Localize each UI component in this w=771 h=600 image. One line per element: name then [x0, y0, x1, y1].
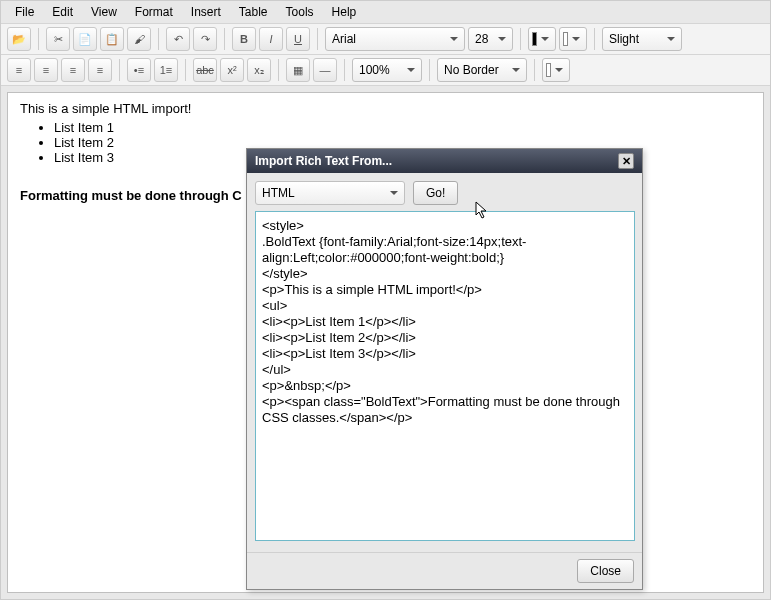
divider	[158, 28, 159, 50]
divider	[278, 59, 279, 81]
underline-button[interactable]: U	[286, 27, 310, 51]
color-swatch-white	[563, 32, 568, 46]
menu-edit[interactable]: Edit	[44, 3, 81, 21]
font-select[interactable]: Arial	[325, 27, 465, 51]
divider	[317, 28, 318, 50]
bold-button[interactable]: B	[232, 27, 256, 51]
divider	[344, 59, 345, 81]
cut-icon[interactable]: ✂	[46, 27, 70, 51]
close-icon[interactable]: ✕	[618, 153, 634, 169]
dialog-title-text: Import Rich Text From...	[255, 154, 392, 168]
divider	[38, 28, 39, 50]
zoom-select[interactable]: 100%	[352, 58, 422, 82]
divider	[119, 59, 120, 81]
border-color-select[interactable]	[542, 58, 570, 82]
menu-tools[interactable]: Tools	[278, 3, 322, 21]
border-select[interactable]: No Border	[437, 58, 527, 82]
dialog-footer: Close	[247, 552, 642, 589]
align-justify-icon[interactable]: ≡	[88, 58, 112, 82]
bullet-list-icon[interactable]: •≡	[127, 58, 151, 82]
align-right-icon[interactable]: ≡	[61, 58, 85, 82]
divider	[594, 28, 595, 50]
undo-icon[interactable]: ↶	[166, 27, 190, 51]
menu-insert[interactable]: Insert	[183, 3, 229, 21]
dialog-body: HTML Go!	[247, 173, 642, 552]
dialog-titlebar[interactable]: Import Rich Text From... ✕	[247, 149, 642, 173]
doc-paragraph: This is a simple HTML import!	[20, 101, 751, 116]
toolbar-row-1: 📂 ✂ 📄 📋 🖌 ↶ ↷ B I U Arial 28 Slight	[1, 24, 770, 55]
fill-color-select[interactable]	[559, 27, 587, 51]
menu-format[interactable]: Format	[127, 3, 181, 21]
go-button[interactable]: Go!	[413, 181, 458, 205]
menu-file[interactable]: File	[7, 3, 42, 21]
menu-help[interactable]: Help	[324, 3, 365, 21]
number-list-icon[interactable]: 1≡	[154, 58, 178, 82]
brush-icon[interactable]: 🖌	[127, 27, 151, 51]
copy-icon[interactable]: 📄	[73, 27, 97, 51]
fontsize-select[interactable]: 28	[468, 27, 513, 51]
close-button[interactable]: Close	[577, 559, 634, 583]
source-textarea[interactable]	[255, 211, 635, 541]
menubar: File Edit View Format Insert Table Tools…	[1, 1, 770, 24]
divider	[224, 28, 225, 50]
divider	[520, 28, 521, 50]
menu-view[interactable]: View	[83, 3, 125, 21]
open-icon[interactable]: 📂	[7, 27, 31, 51]
divider	[534, 59, 535, 81]
color-swatch	[546, 63, 551, 77]
subscript-icon[interactable]: x²	[220, 58, 244, 82]
table-icon[interactable]: ▦	[286, 58, 310, 82]
italic-button[interactable]: I	[259, 27, 283, 51]
font-color-select[interactable]	[528, 27, 556, 51]
toolbar-row-2: ≡ ≡ ≡ ≡ •≡ 1≡ abc x² x₂ ▦ — 100% No Bord…	[1, 55, 770, 86]
color-swatch-black	[532, 32, 537, 46]
superscript-icon[interactable]: x₂	[247, 58, 271, 82]
paste-icon[interactable]: 📋	[100, 27, 124, 51]
align-center-icon[interactable]: ≡	[34, 58, 58, 82]
format-select[interactable]: HTML	[255, 181, 405, 205]
list-item: List Item 1	[54, 120, 751, 135]
strikethrough-icon[interactable]: abc	[193, 58, 217, 82]
hinting-select[interactable]: Slight	[602, 27, 682, 51]
divider	[429, 59, 430, 81]
redo-icon[interactable]: ↷	[193, 27, 217, 51]
hr-icon[interactable]: —	[313, 58, 337, 82]
divider	[185, 59, 186, 81]
menu-table[interactable]: Table	[231, 3, 276, 21]
import-dialog: Import Rich Text From... ✕ HTML Go! Clos…	[246, 148, 643, 590]
align-left-icon[interactable]: ≡	[7, 58, 31, 82]
